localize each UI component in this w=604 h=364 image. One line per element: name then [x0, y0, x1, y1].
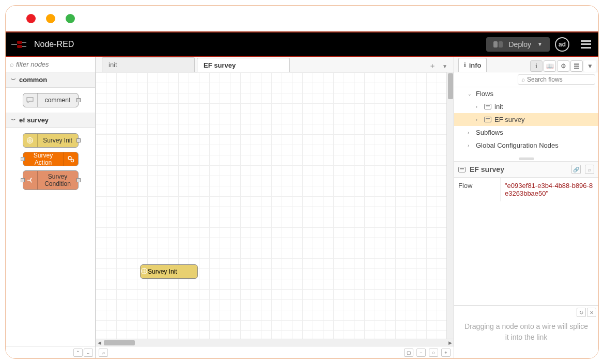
- node-label: Survey Condition: [38, 173, 78, 188]
- tree-flow-ef-survey[interactable]: › EF survey: [454, 113, 598, 126]
- node-label: Survey Action: [23, 152, 64, 167]
- zoom-in-button[interactable]: +: [441, 349, 451, 357]
- expand-all-button[interactable]: ⌄: [84, 349, 93, 357]
- palette-filter: ⌕: [6, 57, 95, 72]
- flow-icon: [458, 167, 466, 172]
- palette-node-comment[interactable]: comment: [23, 93, 79, 107]
- minimize-window-button[interactable]: [46, 14, 55, 23]
- vertical-scrollbar[interactable]: [446, 72, 454, 339]
- comment-icon: [23, 93, 38, 107]
- sidebar: i info i 📖 ⚙ ▼ ⌕ ▼: [454, 57, 598, 358]
- node-label: comment: [38, 97, 78, 104]
- sidebar-search-box[interactable]: ⌕ ▼: [518, 74, 595, 85]
- sidebar-tab-info[interactable]: i info: [458, 58, 487, 72]
- chevron-right-icon: ›: [476, 104, 481, 109]
- search-icon: ⌕: [521, 76, 525, 83]
- scrollbar-thumb[interactable]: [448, 73, 453, 99]
- globe-icon: [141, 267, 148, 276]
- output-port[interactable]: [76, 178, 81, 182]
- svg-rect-2: [493, 41, 498, 48]
- tab-init[interactable]: init: [102, 57, 195, 72]
- flow-icon: [484, 117, 491, 122]
- chevron-right-icon: ›: [476, 117, 481, 122]
- svg-point-5: [68, 156, 71, 160]
- palette-filter-input[interactable]: [16, 60, 91, 68]
- category-ef-survey-header[interactable]: ﹀ ef survey: [6, 113, 95, 128]
- palette-node-survey-action[interactable]: Survey Action: [23, 152, 79, 166]
- tips-panel: ↻ ✕ Dragging a node onto a wire will spl…: [454, 305, 598, 358]
- sidebar-search: ⌕ ▼: [454, 72, 598, 87]
- tree-flow-init[interactable]: › init: [454, 100, 598, 113]
- collapse-all-button[interactable]: ⌃: [73, 349, 83, 357]
- chevron-down-icon: ▼: [537, 41, 543, 47]
- hamburger-menu-button[interactable]: [581, 40, 591, 49]
- scroll-left-button[interactable]: ◀: [96, 340, 103, 345]
- window-frame: Node-RED Deploy ▼ ad ⌕ ﹀ common: [5, 5, 599, 359]
- flow-tabs: init EF survey ＋ ▼: [96, 57, 454, 72]
- sidebar-info-button[interactable]: i: [530, 60, 543, 72]
- ad-badge[interactable]: ad: [555, 37, 569, 52]
- sidebar-icons: i 📖 ⚙ ▼: [530, 60, 598, 72]
- app-title: Node-RED: [34, 40, 481, 49]
- flow-icon: [484, 104, 491, 109]
- sidebar-help-button[interactable]: 📖: [544, 60, 556, 72]
- flows-tree: ⌄ Flows › init › EF survey › Subflows: [454, 87, 598, 152]
- chevron-down-icon: ﹀: [11, 117, 16, 124]
- link-icon[interactable]: 🔗: [571, 165, 581, 174]
- tab-ef-survey[interactable]: EF survey: [197, 58, 290, 72]
- tree-subflows[interactable]: › Subflows: [454, 126, 598, 139]
- output-port[interactable]: [76, 138, 81, 143]
- svg-point-6: [71, 159, 73, 162]
- category-common-body: comment: [6, 88, 95, 113]
- sidebar-tabs: i info i 📖 ⚙ ▼: [454, 57, 598, 72]
- category-label: common: [19, 76, 47, 84]
- category-label: ef survey: [19, 116, 49, 124]
- refresh-tip-button[interactable]: ↻: [577, 308, 586, 317]
- maximize-window-button[interactable]: [66, 14, 75, 23]
- sidebar-search-input[interactable]: [527, 76, 599, 83]
- svg-rect-8: [574, 64, 579, 65]
- category-ef-survey-body: Survey Init Survey Action Survey Conditi…: [6, 128, 95, 195]
- deploy-button[interactable]: Deploy ▼: [486, 37, 550, 52]
- detail-value: "e093ef81-e3b4-4b88-b896-8e3263bbae50": [501, 178, 598, 201]
- workspace: init EF survey ＋ ▼ Survey Init: [96, 57, 454, 358]
- sidebar-context-button[interactable]: [570, 60, 583, 72]
- search-icon[interactable]: ⌕: [585, 165, 594, 174]
- deploy-icon: [493, 41, 503, 48]
- svg-rect-0: [17, 41, 22, 44]
- sidebar-menu-button[interactable]: ▼: [584, 60, 596, 72]
- add-tab-button[interactable]: ＋: [427, 60, 438, 72]
- palette-node-survey-condition[interactable]: Survey Condition: [23, 170, 79, 190]
- scroll-right-button[interactable]: ▶: [446, 340, 454, 345]
- zoom-reset-button[interactable]: ○: [429, 349, 438, 357]
- deploy-label: Deploy: [509, 40, 532, 49]
- flow-canvas[interactable]: Survey Init: [96, 72, 454, 339]
- cogs-icon: [64, 152, 78, 166]
- scrollbar-thumb[interactable]: [104, 340, 135, 345]
- close-window-button[interactable]: [26, 14, 36, 23]
- sidebar-config-button[interactable]: ⚙: [557, 60, 569, 72]
- close-tips-button[interactable]: ✕: [587, 308, 596, 317]
- horizontal-scrollbar[interactable]: ◀ ▶: [96, 339, 454, 346]
- workspace-footer: ⌕ ▢ − ○ +: [96, 346, 454, 358]
- svg-rect-9: [574, 66, 579, 67]
- palette-node-survey-init[interactable]: Survey Init: [23, 133, 79, 148]
- app-header: Node-RED Deploy ▼ ad: [6, 31, 598, 56]
- globe-icon: [23, 134, 38, 147]
- tree-global-config[interactable]: › Global Configuration Nodes: [454, 139, 598, 152]
- detail-header: EF survey 🔗 ⌕: [454, 161, 598, 178]
- footer-search-button[interactable]: ⌕: [99, 349, 108, 357]
- tab-menu-button[interactable]: ▼: [440, 62, 450, 70]
- titlebar: [6, 6, 598, 31]
- zoom-out-button[interactable]: −: [416, 349, 426, 357]
- output-port[interactable]: [76, 98, 81, 102]
- navigator-button[interactable]: ▢: [404, 349, 413, 357]
- input-port[interactable]: [21, 178, 25, 182]
- canvas-node-survey-init[interactable]: Survey Init: [140, 264, 198, 279]
- input-port[interactable]: [21, 157, 25, 161]
- category-common-header[interactable]: ﹀ common: [6, 72, 95, 88]
- tree-flows[interactable]: ⌄ Flows: [454, 87, 598, 100]
- node-label: Survey Init: [148, 268, 177, 275]
- scrollbar-track[interactable]: [103, 339, 446, 346]
- svg-rect-1: [17, 45, 22, 48]
